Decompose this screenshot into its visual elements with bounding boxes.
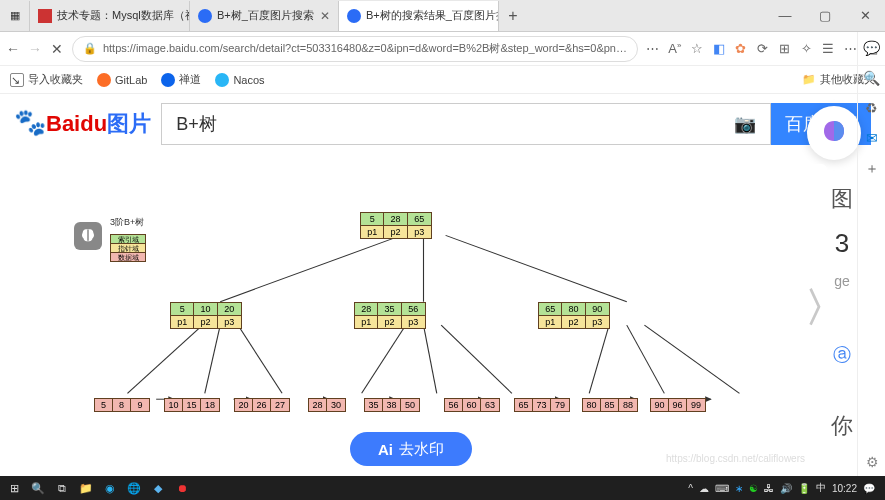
app-icon[interactable]: ◧ <box>712 41 726 56</box>
edge-icon[interactable]: ◉ <box>100 478 120 498</box>
minimize-button[interactable]: — <box>765 0 805 32</box>
browser-tab-2[interactable]: B+树_百度图片搜索 ✕ <box>190 1 339 31</box>
new-tab-button[interactable]: + <box>499 7 527 25</box>
svg-line-9 <box>589 325 609 393</box>
pdf-icon <box>38 9 52 23</box>
paw-icon: 🐾 <box>14 107 46 138</box>
reader-icon[interactable]: A» <box>668 41 682 56</box>
peek-ai-icon[interactable]: ⓐ <box>833 343 851 367</box>
baidu-icon <box>198 9 212 23</box>
refresh-icon[interactable]: ⟳ <box>756 41 770 56</box>
tree-leaf-node: 657379 <box>514 398 570 412</box>
svg-line-5 <box>238 325 282 393</box>
baidu-icon <box>347 9 361 23</box>
tree-leaf-node: 202627 <box>234 398 290 412</box>
tray-lang-icon[interactable]: 中 <box>816 481 826 495</box>
close-window-button[interactable]: ✕ <box>845 0 885 32</box>
record-icon[interactable]: ⏺ <box>172 478 192 498</box>
baidu-search-bar: 🐾 Baidu图片 B+树 📷 百度一下 <box>0 94 885 154</box>
browser-tab-3[interactable]: B+树的搜索结果_百度图片搜索 ✕ <box>339 1 499 31</box>
extension-icon[interactable]: ✿ <box>734 41 748 56</box>
bm-label: 禅道 <box>179 72 201 87</box>
windows-taskbar: ⊞ 🔍 ⧉ 📁 ◉ 🌐 ◆ ⏺ ^ ☁ ⌨ ∗ ☯ 🖧 🔊 🔋 中 10:22 … <box>0 476 885 500</box>
bookmark-gitlab[interactable]: GitLab <box>97 73 147 87</box>
lock-icon: 🔒 <box>83 42 97 55</box>
ruler-icon[interactable]: ▦ <box>0 1 30 31</box>
tray-cloud-icon[interactable]: ☁ <box>699 483 709 494</box>
svg-line-6 <box>362 325 406 393</box>
maximize-button[interactable]: ▢ <box>805 0 845 32</box>
tray-input-icon[interactable]: ⌨ <box>715 483 729 494</box>
clock-time[interactable]: 10:22 <box>832 483 857 494</box>
tray-batt-icon[interactable]: 🔋 <box>798 483 810 494</box>
browser-tab-1[interactable]: 技术专题：Mysql数据库（视图… ✕ <box>30 1 190 31</box>
sidebar-mail-icon[interactable]: ✉ <box>866 130 878 146</box>
svg-line-3 <box>127 325 202 393</box>
tray-bt-icon[interactable]: ∗ <box>735 483 743 494</box>
tree-leaf-node: 353850 <box>364 398 420 412</box>
image-source-text: https://blog.csdn.net/califlowers <box>666 453 805 464</box>
edge-sidebar: 💬 🔍 ♻ ✉ ＋ <box>857 32 885 476</box>
tree-leaf-node: 566063 <box>444 398 500 412</box>
search-button[interactable]: 🔍 <box>28 478 48 498</box>
baidu-logo[interactable]: 🐾 Baidu图片 <box>14 109 151 140</box>
watermark-label: 去水印 <box>399 440 444 459</box>
bookmark-zentao[interactable]: 禅道 <box>161 72 201 87</box>
sidebar-chat-icon[interactable]: 💬 <box>863 40 880 56</box>
menu-icon[interactable]: ⋯ <box>843 41 857 56</box>
tree-root-node: 52865 p1p2p3 <box>360 212 432 239</box>
bm-label: Nacos <box>233 74 264 86</box>
remove-watermark-button[interactable]: Ai 去水印 <box>350 432 472 466</box>
tree-leaf-node: 909699 <box>650 398 706 412</box>
close-icon[interactable]: ✕ <box>320 9 330 23</box>
logo-bai: Bai <box>46 111 80 136</box>
tree-mid-node: 658090p1p2p3 <box>538 302 610 329</box>
back-button[interactable]: ← <box>6 41 20 57</box>
tray-vol-icon[interactable]: 🔊 <box>780 483 792 494</box>
tray-wechat-icon[interactable]: ☯ <box>749 483 758 494</box>
svg-line-0 <box>220 235 401 301</box>
sidebar-brain-icon[interactable]: ♻ <box>865 100 878 116</box>
forward-button[interactable]: → <box>28 41 42 57</box>
bookmark-nacos[interactable]: Nacos <box>215 73 264 87</box>
camera-icon[interactable]: 📷 <box>734 113 756 135</box>
app-icon[interactable]: ◆ <box>148 478 168 498</box>
peek-text: 你 <box>831 411 853 441</box>
address-bar: ← → ✕ 🔒 https://image.baidu.com/search/d… <box>0 32 885 66</box>
svg-line-7 <box>424 325 437 393</box>
collections-icon[interactable]: ⊞ <box>777 41 791 56</box>
svg-line-8 <box>441 325 512 393</box>
tab-label: 技术专题：Mysql数据库（视图… <box>57 8 190 23</box>
tree-leaf-node: 589 <box>94 398 150 412</box>
sidebar-plus-icon[interactable]: ＋ <box>865 160 879 178</box>
bookmarks-bar: ↘导入收藏夹 GitLab 禅道 Nacos 📁其他收藏夹 <box>0 66 885 94</box>
extensions-icon[interactable]: ✧ <box>799 41 813 56</box>
url-input[interactable]: 🔒 https://image.baidu.com/search/detail?… <box>72 36 638 62</box>
settings-gear-icon[interactable]: ⚙ <box>866 454 879 470</box>
ai-assistant-badge[interactable] <box>807 106 861 160</box>
sidebar-search-icon[interactable]: 🔍 <box>863 70 880 86</box>
import-label: 导入收藏夹 <box>28 72 83 87</box>
import-bookmarks[interactable]: ↘导入收藏夹 <box>10 72 83 87</box>
tab-label: B+树_百度图片搜索 <box>217 8 314 23</box>
explorer-icon[interactable]: 📁 <box>76 478 96 498</box>
next-image-button[interactable]: 〉 <box>805 280 845 335</box>
peek-text: 3 <box>835 228 849 259</box>
taskview-button[interactable]: ⧉ <box>52 478 72 498</box>
tray-up-icon[interactable]: ^ <box>688 483 693 494</box>
tree-mid-node: 51020p1p2p3 <box>170 302 242 329</box>
tree-leaf-node: 2830 <box>308 398 346 412</box>
notif-icon[interactable]: 💬 <box>863 483 875 494</box>
profile-icon[interactable]: ☰ <box>821 41 835 56</box>
favorite-icon[interactable]: ☆ <box>690 41 704 56</box>
tray-net-icon[interactable]: 🖧 <box>764 483 774 494</box>
chrome-icon[interactable]: 🌐 <box>124 478 144 498</box>
content-area: 3阶B+树 索引域 指针域 数据域 52865 <box>0 154 857 476</box>
logo-du: 图片 <box>107 111 151 136</box>
start-button[interactable]: ⊞ <box>4 478 24 498</box>
search-query: B+树 <box>176 112 217 136</box>
more-icon[interactable]: ⋯ <box>646 41 660 56</box>
stop-button[interactable]: ✕ <box>50 41 64 57</box>
search-input[interactable]: B+树 📷 <box>161 103 771 145</box>
bplus-tree-diagram: 52865 p1p2p3 51020p1p2p3283556p1p2p36580… <box>70 212 777 446</box>
